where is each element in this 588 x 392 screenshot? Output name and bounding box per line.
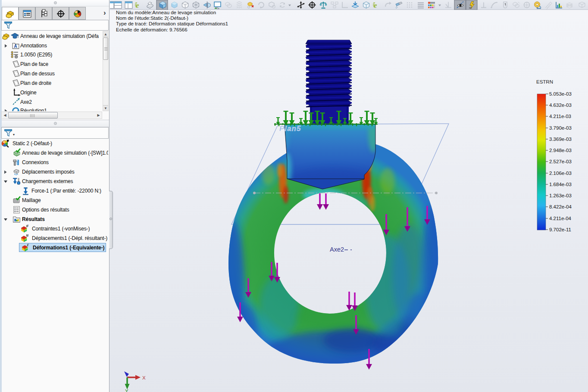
svg-text:2.106e-03: 2.106e-03 [549,171,572,176]
svg-text:A: A [14,44,17,49]
svg-text:9.702e-11: 9.702e-11 [549,227,571,232]
svg-text:1.684e-03: 1.684e-03 [549,182,572,187]
svg-text:4.211e-03: 4.211e-03 [549,114,571,119]
svg-text:2.527e-03: 2.527e-03 [549,159,572,164]
svg-text:ε: ε [27,243,29,247]
svg-text:1.263e-03: 1.263e-03 [549,193,572,198]
svg-text:5.053e-03: 5.053e-03 [549,91,572,96]
svg-text:u: u [26,233,28,237]
svg-text:X: X [142,375,146,380]
svg-text:4.211e-04: 4.211e-04 [549,216,572,221]
svg-text:Axe2: Axe2 [330,246,344,253]
svg-text:3.790e-03: 3.790e-03 [549,125,572,131]
svg-text:4.632e-03: 4.632e-03 [549,103,572,108]
svg-text:8.422e-04: 8.422e-04 [549,204,572,209]
svg-text:2.948e-03: 2.948e-03 [549,148,572,153]
svg-text:3.369e-03: 3.369e-03 [549,137,572,142]
svg-text:σ: σ [26,224,29,228]
svg-text:ESTRN: ESTRN [536,79,553,84]
svg-text:Y: Y [125,389,128,392]
